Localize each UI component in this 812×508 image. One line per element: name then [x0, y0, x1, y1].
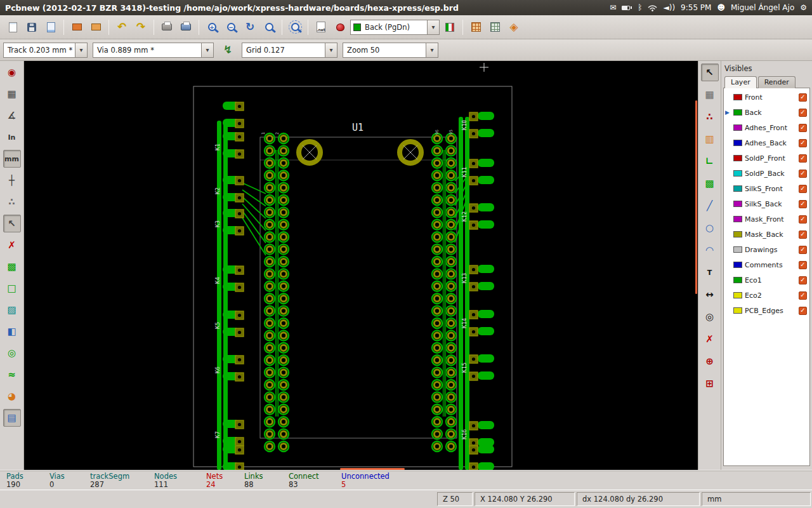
- zoom-level-select[interactable]: Zoom 50 ▾: [343, 43, 438, 58]
- layer-row-silks-front[interactable]: ▶SilkS_Front✓: [724, 181, 809, 196]
- layer-row-back[interactable]: ▶Back✓: [724, 105, 809, 120]
- layer-manager-toggle-button[interactable]: [441, 18, 459, 36]
- add-target-button[interactable]: ◎: [701, 308, 719, 326]
- auto-delete-button[interactable]: ✗: [3, 236, 21, 254]
- dropdown-arrow-icon[interactable]: ▾: [325, 43, 337, 57]
- clock[interactable]: 9:55 PM: [681, 3, 711, 12]
- add-graphic-arc-button[interactable]: ◠: [701, 241, 719, 259]
- layer-visibility-checkbox[interactable]: ✓: [799, 200, 807, 208]
- grid-toggle-button[interactable]: ▦: [3, 85, 21, 103]
- dropdown-arrow-icon[interactable]: ▾: [426, 43, 438, 57]
- module-ratsnest-button[interactable]: ↖: [3, 215, 21, 232]
- add-graphic-line-button[interactable]: ╱: [701, 197, 719, 215]
- cursor-shape-button[interactable]: ┼: [3, 171, 21, 189]
- layer-visibility-checkbox[interactable]: ✓: [799, 307, 807, 315]
- delete-items-button[interactable]: ✗: [701, 330, 719, 348]
- redo-button[interactable]: ↷: [132, 18, 150, 36]
- via-size-select[interactable]: Via 0.889 mm * ▾: [93, 43, 214, 58]
- tab-render[interactable]: Render: [758, 76, 796, 88]
- add-module-button[interactable]: ▥: [701, 130, 719, 148]
- select-tool-button[interactable]: ↖: [701, 64, 719, 81]
- layer-visibility-checkbox[interactable]: ✓: [799, 154, 807, 163]
- microwave-tools-button[interactable]: ◕: [3, 387, 21, 405]
- auto-track-width-button[interactable]: ↯: [219, 41, 237, 59]
- netlist-button[interactable]: .net: [312, 18, 330, 36]
- footprint-mode-button[interactable]: [467, 18, 485, 36]
- grid-size-select[interactable]: Grid 0.127 ▾: [242, 43, 337, 58]
- zoom-fit-button[interactable]: [260, 18, 278, 36]
- plot-button[interactable]: [177, 18, 195, 36]
- print-button[interactable]: [158, 18, 176, 36]
- layer-row-silks-back[interactable]: ▶SilkS_Back✓: [724, 196, 809, 211]
- module-editor-button[interactable]: [68, 18, 86, 36]
- layer-row-mask-front[interactable]: ▶Mask_Front✓: [724, 211, 809, 227]
- add-zone-button[interactable]: ▩: [701, 175, 719, 192]
- zoom-out-button[interactable]: −: [222, 18, 240, 36]
- undo-button[interactable]: ↶: [113, 18, 131, 36]
- track-width-select[interactable]: Track 0.203 mm * ▾: [3, 43, 88, 58]
- layer-row-soldp-back[interactable]: ▶SoldP_Back✓: [724, 166, 809, 181]
- layer-visibility-checkbox[interactable]: ✓: [799, 246, 807, 254]
- drc-toggle-button[interactable]: ◉: [3, 64, 21, 81]
- layer-visibility-checkbox[interactable]: ✓: [799, 124, 807, 132]
- layer-visibility-checkbox[interactable]: ✓: [799, 276, 807, 284]
- layer-row-adhes-back[interactable]: ▶Adhes_Back✓: [724, 135, 809, 150]
- layer-visibility-checkbox[interactable]: ✓: [799, 231, 807, 239]
- layer-row-eco1[interactable]: ▶Eco1✓: [724, 272, 809, 288]
- vertical-scrollbar[interactable]: [695, 100, 697, 294]
- layer-visibility-checkbox[interactable]: ✓: [799, 170, 807, 178]
- add-track-button[interactable]: ∟: [701, 152, 719, 170]
- layer-row-eco2[interactable]: ▶Eco2✓: [724, 288, 809, 303]
- zones-outline-button[interactable]: ▨: [3, 301, 21, 319]
- layer-row-front[interactable]: ▶Front✓: [724, 90, 809, 105]
- pcb-canvas[interactable]: K1K2K3K4K5K6K7K10K11K12K13K14K15K16U1129…: [24, 61, 698, 470]
- layer-visibility-checkbox[interactable]: ✓: [799, 139, 807, 147]
- layer-row-pcb-edges[interactable]: ▶PCB_Edges✓: [724, 303, 809, 318]
- wifi-icon[interactable]: [648, 4, 657, 11]
- pads-sketch-button[interactable]: ◎: [3, 344, 21, 362]
- layer-visibility-checkbox[interactable]: ✓: [799, 261, 807, 269]
- layer-visibility-checkbox[interactable]: ✓: [799, 185, 807, 193]
- tab-layer[interactable]: Layer: [724, 76, 757, 88]
- new-board-button[interactable]: [4, 18, 22, 36]
- layer-dropdown-arrow-icon[interactable]: ▾: [427, 20, 439, 34]
- battery-icon[interactable]: [622, 6, 632, 10]
- session-gear-icon[interactable]: ⚙: [800, 3, 807, 12]
- drc-button[interactable]: [331, 18, 349, 36]
- layer-visibility-checkbox[interactable]: ✓: [799, 215, 807, 224]
- ratsnest-toggle-button[interactable]: ∴: [3, 193, 21, 211]
- layers-manager-button[interactable]: ▤: [3, 409, 21, 427]
- volume-icon[interactable]: ◄)): [663, 3, 675, 12]
- page-settings-button[interactable]: [42, 18, 60, 36]
- mail-icon[interactable]: ✉: [610, 3, 616, 12]
- add-dimension-button[interactable]: ↔: [701, 286, 719, 304]
- tracks-sketch-button[interactable]: ≈: [3, 366, 21, 384]
- horizontal-scrollbar[interactable]: [340, 468, 405, 470]
- zoom-in-button[interactable]: +: [203, 18, 221, 36]
- units-inches-button[interactable]: In: [3, 128, 21, 146]
- library-browser-button[interactable]: [87, 18, 105, 36]
- layer-visibility-checkbox[interactable]: ✓: [799, 291, 807, 300]
- units-mm-button[interactable]: mm: [3, 150, 21, 168]
- autoroute-button[interactable]: ◈: [505, 18, 523, 36]
- layer-row-mask-back[interactable]: ▶Mask_Back✓: [724, 227, 809, 242]
- save-board-button[interactable]: [23, 18, 41, 36]
- layer-row-soldp-front[interactable]: ▶SoldP_Front✓: [724, 150, 809, 166]
- local-ratsnest-button[interactable]: ∴: [701, 108, 719, 126]
- high-contrast-button[interactable]: ◧: [3, 323, 21, 340]
- layer-visibility-checkbox[interactable]: ✓: [799, 109, 807, 117]
- user-menu[interactable]: Miguel Ángel Ajo: [731, 3, 794, 12]
- add-text-button[interactable]: T: [701, 264, 719, 281]
- zones-show-button[interactable]: ▩: [3, 258, 21, 276]
- dropdown-arrow-icon[interactable]: ▾: [201, 43, 213, 57]
- layer-selector[interactable]: Back (PgDn)▾: [350, 20, 440, 35]
- dropdown-arrow-icon[interactable]: ▾: [75, 43, 87, 57]
- drill-origin-button[interactable]: ⊕: [701, 352, 719, 370]
- track-mode-button[interactable]: [486, 18, 504, 36]
- layer-row-adhes-front[interactable]: ▶Adhes_Front✓: [724, 120, 809, 135]
- grid-origin-button[interactable]: ⊞: [701, 375, 719, 392]
- zoom-selection-button[interactable]: [286, 18, 304, 36]
- layer-row-comments[interactable]: ▶Comments✓: [724, 257, 809, 272]
- zones-hide-button[interactable]: □: [3, 279, 21, 297]
- redraw-button[interactable]: ↻: [241, 18, 259, 36]
